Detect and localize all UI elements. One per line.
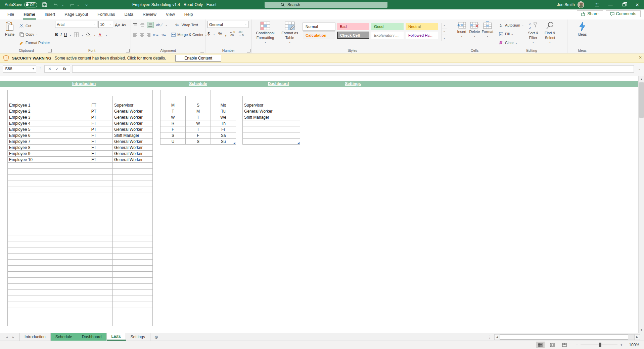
empty-cell[interactable] <box>8 278 75 284</box>
employment-type-cell[interactable]: PT <box>75 108 113 114</box>
table-row[interactable]: WTWe <box>160 114 236 120</box>
empty-cell[interactable] <box>75 254 113 260</box>
font-color-button[interactable]: A <box>98 32 103 37</box>
empty-cell[interactable] <box>75 302 113 308</box>
empty-cell[interactable] <box>75 272 113 278</box>
table-row-empty[interactable] <box>8 229 153 235</box>
table-row-empty[interactable] <box>8 260 153 266</box>
employee-name-cell[interactable]: Employee 3 <box>8 114 75 120</box>
zoom-percent[interactable]: 100% <box>626 343 639 347</box>
empty-cell[interactable] <box>8 169 75 175</box>
option-day-cell[interactable]: S <box>186 139 211 145</box>
empty-cell[interactable] <box>75 217 113 223</box>
empty-cell[interactable] <box>8 272 75 278</box>
empty-cell[interactable] <box>113 211 153 217</box>
option-day-cell[interactable]: Tu <box>211 108 236 114</box>
empty-cell[interactable] <box>75 320 113 326</box>
option-day-cell[interactable]: Th <box>211 120 236 126</box>
table-row[interactable]: MSMo <box>160 102 236 108</box>
selected-option-cell[interactable]: Option 3 <box>211 90 236 96</box>
employee-role-cell[interactable]: Shift Manager <box>113 132 153 139</box>
option-day-cell[interactable]: U <box>160 139 186 145</box>
format-as-table-button[interactable]: Format asTable ⌄ <box>279 21 300 47</box>
empty-cell[interactable] <box>113 254 153 260</box>
borders-caret[interactable]: ⌄ <box>81 33 84 36</box>
table-row-empty[interactable] <box>8 272 153 278</box>
nav-link-settings[interactable]: Settings <box>345 81 361 87</box>
empty-cell[interactable] <box>243 139 300 145</box>
employee-name-cell[interactable]: Employee 1 <box>8 102 75 108</box>
zoom-thumb[interactable] <box>599 343 601 347</box>
conditional-formatting-caret[interactable]: ⌄ <box>264 40 267 43</box>
empty-cell[interactable] <box>243 132 300 139</box>
empty-cell[interactable] <box>75 187 113 193</box>
empty-cell[interactable] <box>75 199 113 205</box>
nav-link-dashboard[interactable]: Dashboard <box>268 81 289 87</box>
table-row[interactable]: Employee 7FTGeneral Worker <box>8 139 153 145</box>
employee-role-cell[interactable]: General Worker <box>113 151 153 157</box>
table-row[interactable]: Employee 9FTGeneral Worker <box>8 151 153 157</box>
vertical-scrollbar[interactable]: ▲ ▼ <box>638 76 644 333</box>
table-row-empty[interactable] <box>243 132 300 139</box>
gallery-more-icon[interactable]: ⌄ <box>442 35 447 41</box>
empty-cell[interactable] <box>8 199 75 205</box>
empty-cell[interactable] <box>75 175 113 181</box>
align-center-icon[interactable] <box>140 33 144 37</box>
table-row-empty[interactable] <box>8 241 153 247</box>
tab-insert[interactable]: Insert <box>40 9 60 20</box>
font-color-caret[interactable]: ⌄ <box>105 33 107 36</box>
empty-cell[interactable] <box>8 296 75 302</box>
tab-home[interactable]: Home <box>19 9 40 20</box>
empty-cell[interactable] <box>8 211 75 217</box>
sheet-tab-settings[interactable]: Settings <box>126 333 150 341</box>
table-row-empty[interactable] <box>8 211 153 217</box>
worksheet[interactable]: IntroductionScheduleDashboardSettings Em… <box>0 76 644 333</box>
ideas-button[interactable]: Ideas <box>574 21 590 47</box>
empty-cell[interactable] <box>75 163 113 169</box>
formula-input[interactable] <box>72 65 634 73</box>
empty-cell[interactable] <box>113 163 153 169</box>
orientation-caret[interactable]: ⌄ <box>165 24 168 27</box>
empty-cell[interactable] <box>8 290 75 296</box>
employment-type-cell[interactable]: FT <box>75 132 113 139</box>
empty-cell[interactable] <box>8 302 75 308</box>
comments-button[interactable]: Comments <box>606 10 641 17</box>
empty-cell[interactable] <box>75 229 113 235</box>
page-break-view-button[interactable] <box>560 342 569 348</box>
table-row[interactable]: USSu <box>160 139 236 145</box>
empty-cell[interactable] <box>8 223 75 229</box>
wrap-text-button[interactable]: ab Wrap Text <box>175 21 198 29</box>
page-layout-view-button[interactable] <box>548 342 557 348</box>
empty-cell[interactable] <box>113 169 153 175</box>
empty-cell[interactable] <box>8 241 75 247</box>
empty-cell[interactable] <box>8 284 75 290</box>
underline-caret[interactable]: ⌄ <box>69 33 72 36</box>
align-left-icon[interactable] <box>133 33 137 37</box>
align-middle-icon[interactable] <box>140 23 145 27</box>
formula-bar-grip[interactable]: ⋮ <box>38 67 42 71</box>
employee-role-cell[interactable]: General Worker <box>113 120 153 126</box>
table-row-empty[interactable] <box>8 278 153 284</box>
empty-cell[interactable] <box>113 290 153 296</box>
confirm-entry-icon[interactable]: ✓ <box>55 67 59 71</box>
table-row[interactable]: Employee 6FTShift Manager <box>8 132 153 139</box>
comma-style-button[interactable]: , <box>225 31 227 37</box>
table-row[interactable]: Employee 8FTGeneral Worker <box>8 145 153 151</box>
table-row-empty[interactable] <box>243 120 300 126</box>
empty-cell[interactable] <box>113 199 153 205</box>
accounting-caret[interactable]: ⌄ <box>213 32 215 35</box>
empty-cell[interactable] <box>113 266 153 272</box>
table-row[interactable]: Employee 3PTGeneral Worker <box>8 114 153 120</box>
cut-button[interactable]: Cut <box>19 22 50 30</box>
merge-center-button[interactable]: Merge & Center ⌄ <box>171 31 207 38</box>
empty-cell[interactable] <box>75 205 113 211</box>
undo-icon[interactable] <box>52 1 60 9</box>
increase-decimal-button[interactable]: ←.0.00 <box>230 30 235 37</box>
empty-cell[interactable] <box>8 235 75 241</box>
employee-role-cell[interactable]: General Worker <box>113 157 153 163</box>
table-row-empty[interactable] <box>8 163 153 169</box>
table-row[interactable]: General Worker <box>243 108 300 114</box>
employee-name-cell[interactable]: Employee 8 <box>8 145 75 151</box>
italic-button[interactable]: I <box>60 32 62 37</box>
option-day-cell[interactable]: Su <box>211 139 236 145</box>
